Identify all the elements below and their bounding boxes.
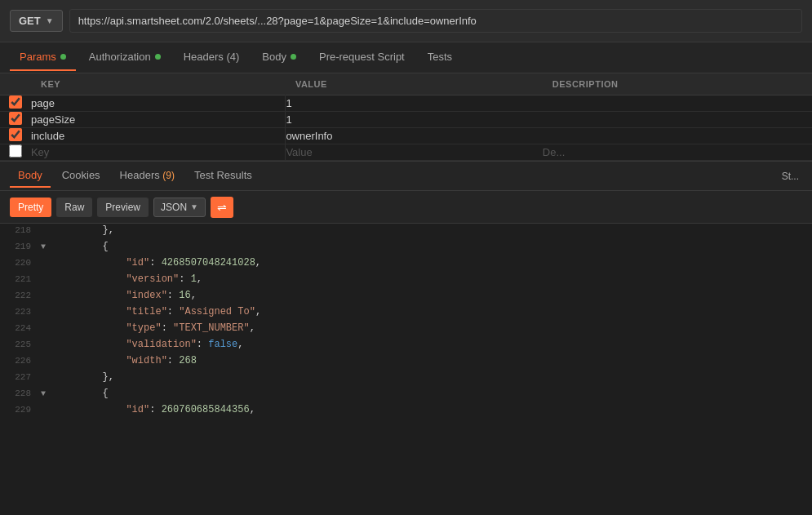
line-number: 224 — [0, 322, 41, 333]
row1-desc[interactable] — [543, 95, 812, 112]
body-tabs-row: Body Cookies Headers (9) Test Results St… — [0, 162, 812, 191]
line-arrow-icon[interactable]: ▼ — [41, 240, 52, 251]
line-number: 226 — [0, 354, 41, 366]
row3-desc[interactable] — [543, 128, 812, 144]
col-header-value: VALUE — [286, 73, 543, 95]
line-number: 228 — [0, 387, 41, 398]
body-tab-cookies[interactable]: Cookies — [54, 164, 109, 188]
line-arrow-icon — [41, 256, 52, 259]
json-line: 225 "validation": false, — [0, 338, 812, 354]
line-content: "id": 260760685844356, — [52, 403, 812, 416]
row2-value[interactable]: 1 — [286, 112, 543, 128]
tab-body[interactable]: Body — [252, 44, 306, 71]
json-line: 220 "id": 4268507048241028, — [0, 256, 812, 273]
row3-checkbox[interactable] — [9, 128, 22, 141]
line-number: 221 — [0, 273, 41, 284]
line-content: "title": "Assigned To", — [52, 305, 812, 318]
json-line: 228▼ { — [0, 387, 812, 403]
row2-key[interactable]: pageSize — [31, 112, 286, 128]
json-line: 222 "index": 16, — [0, 289, 812, 305]
line-content: }, — [52, 371, 812, 384]
row1-key[interactable]: page — [31, 95, 286, 112]
url-bar: GET ▼ — [0, 0, 812, 42]
line-arrow-icon — [41, 273, 52, 275]
tab-authorization-label: Authorization — [89, 51, 151, 63]
tab-body-label: Body — [262, 51, 286, 63]
body-dot — [291, 54, 296, 60]
url-input[interactable] — [69, 9, 802, 33]
table-row: include ownerInfo — [0, 128, 812, 144]
json-type-select[interactable]: JSON ▼ — [153, 198, 206, 217]
tab-params-label: Params — [20, 51, 56, 63]
line-content: { — [52, 240, 812, 253]
json-line: 223 "title": "Assigned To", — [0, 305, 812, 322]
table-row: pageSize 1 — [0, 112, 812, 128]
body-toolbar: Pretty Raw Preview JSON ▼ ⇌ — [0, 191, 812, 224]
empty-row-desc[interactable]: De... — [543, 144, 812, 161]
json-content: 218 },219▼ {220 "id": 4268507048241028,2… — [0, 224, 812, 420]
line-number: 225 — [0, 338, 41, 349]
tab-params[interactable]: Params — [10, 44, 76, 71]
line-content: "version": 1, — [52, 273, 812, 286]
line-arrow-icon — [41, 371, 52, 373]
col-header-desc: DESCRIPTION — [543, 73, 812, 95]
line-number: 229 — [0, 403, 41, 415]
params-table: KEY VALUE DESCRIPTION page 1 pageSize — [0, 73, 812, 161]
format-preview-button[interactable]: Preview — [97, 198, 149, 217]
json-line: 221 "version": 1, — [0, 273, 812, 289]
body-tab-testresults-label: Test Results — [194, 169, 252, 181]
body-tab-headers[interactable]: Headers (9) — [112, 164, 183, 188]
tab-prerequest[interactable]: Pre-request Script — [309, 44, 415, 71]
empty-row-value[interactable]: Value — [286, 144, 543, 161]
row1-checkbox[interactable] — [9, 95, 22, 109]
line-content: "width": 268 — [52, 354, 812, 367]
line-arrow-icon — [41, 224, 52, 226]
wrap-button[interactable]: ⇌ — [211, 197, 233, 218]
json-line: 219▼ { — [0, 240, 812, 256]
row2-desc[interactable] — [543, 112, 812, 128]
line-arrow-icon — [41, 322, 52, 324]
line-arrow-icon — [41, 403, 52, 406]
json-line: 229 "id": 260760685844356, — [0, 403, 812, 420]
line-content: }, — [52, 224, 812, 237]
headers-badge: (9) — [162, 170, 175, 181]
line-content: "id": 4268507048241028, — [52, 256, 812, 269]
body-tab-body-label: Body — [18, 169, 42, 181]
body-tab-testresults[interactable]: Test Results — [186, 164, 260, 188]
row3-value[interactable]: ownerInfo — [286, 128, 543, 144]
json-line: 224 "type": "TEXT_NUMBER", — [0, 322, 812, 338]
tab-headers[interactable]: Headers (4) — [174, 44, 250, 71]
col-header-check — [0, 73, 31, 95]
format-raw-button[interactable]: Raw — [56, 198, 92, 217]
body-tab-cookies-label: Cookies — [62, 169, 100, 181]
line-number: 223 — [0, 305, 41, 317]
tab-authorization[interactable]: Authorization — [79, 44, 171, 71]
empty-row-key[interactable]: Key — [31, 144, 286, 161]
params-section: KEY VALUE DESCRIPTION page 1 pageSize — [0, 73, 812, 162]
format-pretty-button[interactable]: Pretty — [10, 198, 51, 217]
status-area: St... — [782, 171, 802, 182]
line-content: "type": "TEXT_NUMBER", — [52, 322, 812, 335]
line-arrow-icon — [41, 354, 52, 357]
line-arrow-icon — [41, 338, 52, 340]
row3-key[interactable]: include — [31, 128, 286, 144]
row1-value[interactable]: 1 — [286, 95, 543, 112]
json-line: 227 }, — [0, 371, 812, 387]
json-type-label: JSON — [161, 202, 187, 213]
method-chevron-icon: ▼ — [46, 16, 54, 25]
row3-check-cell — [0, 128, 31, 144]
tab-tests[interactable]: Tests — [418, 44, 462, 71]
empty-row-checkbox[interactable] — [9, 144, 22, 158]
col-header-key: KEY — [31, 73, 286, 95]
row2-checkbox[interactable] — [9, 112, 22, 125]
method-label: GET — [19, 15, 41, 27]
body-tab-body[interactable]: Body — [10, 164, 51, 188]
method-select[interactable]: GET ▼ — [10, 10, 63, 32]
tab-tests-label: Tests — [428, 51, 452, 63]
tab-headers-label: Headers (4) — [184, 51, 240, 63]
params-dot — [60, 54, 66, 60]
line-arrow-icon[interactable]: ▼ — [41, 387, 52, 398]
row2-check-cell — [0, 112, 31, 128]
json-line: 218 }, — [0, 224, 812, 240]
line-number: 218 — [0, 224, 41, 235]
